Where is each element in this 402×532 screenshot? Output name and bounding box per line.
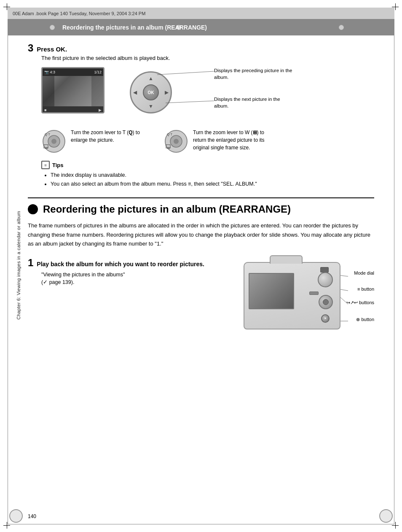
- svg-text:Q T: Q T: [45, 132, 50, 136]
- lcd-image: [43, 76, 103, 106]
- zoom-t-text: Turn the zoom lever to T (Q) to enlarge …: [71, 129, 147, 144]
- dpad-up-arrow: ▲: [148, 76, 153, 81]
- step1-left: 1 Play back the album for which you want…: [28, 258, 233, 285]
- step3-heading: Press OK.: [37, 46, 67, 53]
- section-divider: [28, 197, 374, 198]
- top-bar-text: 00E Adam .book Page 140 Tuesday, Novembe…: [13, 11, 145, 16]
- section-title: Reordering the pictures in an album (REA…: [43, 203, 291, 216]
- step1-number: 1: [28, 258, 33, 268]
- dpad-outer: ▲ ▼ ◀ ▶ OK: [130, 71, 172, 113]
- zoom-t-item: Q T W Turn the zoom lever to T (Q) to en…: [41, 129, 147, 154]
- zoom-t-dial: Q T W: [41, 129, 67, 154]
- zoom-w-dial: Q T W: [163, 129, 189, 154]
- camera-lcd: 📷 4:3 1/12 ■ ▶: [41, 67, 105, 113]
- tips-icon: ≡: [41, 161, 50, 169]
- dpad-annot-upper: Displays the preceding picture in the al…: [214, 67, 294, 81]
- section-body: The frame numbers of pictures in the alb…: [28, 221, 374, 248]
- dpad-down-arrow: ▼: [148, 103, 153, 109]
- svg-line-1: [166, 101, 214, 103]
- camera-display: [249, 273, 294, 309]
- cam-label-mode-dial: Mode dial: [354, 270, 374, 275]
- main-content: 3 Press OK. The first picture in the sel…: [28, 35, 374, 511]
- svg-point-7: [51, 139, 56, 144]
- svg-line-14: [340, 275, 348, 276]
- section-heading: Reordering the pictures in an album (REA…: [28, 203, 374, 216]
- zoom-w-item: Q T W Turn the zoom lever to W (⊞) to re…: [163, 129, 277, 154]
- step1-sub: "Viewing the pictures in the albums": [41, 271, 233, 279]
- step1-camera-area: ✕ Mode dial ≡ button ↪↗↩ buttons ⊗ butto…: [244, 258, 374, 342]
- cam-label-ok-btn: ⊗ button: [356, 317, 374, 322]
- camera-menu-btn: [309, 292, 319, 295]
- step1-heading: Play back the album for which you want t…: [37, 260, 204, 269]
- step1-link: (✓ page 139).: [41, 279, 233, 285]
- svg-text:Q T: Q T: [167, 132, 172, 136]
- tips-box: ≡ Tips The index display is unavailable.…: [41, 161, 374, 189]
- svg-line-0: [157, 71, 214, 75]
- lcd-bottom-left: ■: [44, 108, 46, 112]
- sidebar-chapter-label: Chapter 6: Viewing images in a calendar …: [16, 211, 21, 320]
- camera-viewfinder: [320, 267, 329, 273]
- camera-body: ✕: [244, 262, 340, 329]
- lcd-counter: 1/12: [94, 70, 102, 74]
- chapter-header-title: Reordering the pictures in an album (REA…: [62, 24, 207, 31]
- camera-nav-buttons: [319, 295, 333, 309]
- tips-list: The index display is unavailable. You ca…: [41, 171, 374, 189]
- svg-point-13: [174, 139, 179, 144]
- lcd-bottom-right: ▶: [99, 108, 102, 112]
- tips-item-2: You can also select an album from the al…: [51, 180, 374, 189]
- ok-button: OK: [143, 84, 159, 100]
- step3-number: 3: [28, 43, 33, 53]
- dpad-left-arrow: ◀: [133, 89, 137, 95]
- tips-title: ≡ Tips: [41, 161, 374, 169]
- step1-row: 1 Play back the album for which you want…: [28, 258, 374, 342]
- zoom-row: Q T W Turn the zoom lever to T (Q) to en…: [41, 129, 374, 154]
- step3-section: 3 Press OK. The first picture in the sel…: [28, 43, 374, 122]
- dpad-right-arrow: ▶: [165, 89, 169, 95]
- camera-top-hump: [270, 255, 303, 264]
- section-bullet: [28, 204, 38, 214]
- step3-diagram-row: 📷 4:3 1/12 ■ ▶ ▲ ▼ ◀: [41, 67, 374, 122]
- dpad-diagram: ▲ ▼ ◀ ▶ OK Displays the preceding pictu: [130, 67, 298, 122]
- camera-mode-dial: [318, 272, 333, 287]
- cam-label-menu-btn: ≡ button: [357, 286, 374, 292]
- zoom-w-text: Turn the zoom lever to W (⊞) to return t…: [193, 129, 277, 151]
- svg-line-15: [340, 289, 348, 291]
- chapter-header: Reordering the pictures in an album (REA…: [8, 19, 394, 35]
- camera-ok-btn: ✕: [321, 314, 330, 323]
- header-dot-3: [339, 25, 344, 30]
- tips-item-1: The index display is unavailable.: [51, 171, 374, 180]
- top-bar: 00E Adam .book Page 140 Tuesday, Novembe…: [8, 8, 394, 19]
- header-dot-1: [50, 25, 55, 30]
- lcd-top-icons: 📷 4:3: [44, 70, 55, 74]
- dpad-annot-lower: Displays the next picture in the album.: [214, 96, 294, 109]
- step3-description: The first picture in the selected album …: [41, 55, 374, 61]
- page-number: 140: [28, 513, 36, 519]
- cam-label-nav-btns: ↪↗↩ buttons: [346, 300, 374, 305]
